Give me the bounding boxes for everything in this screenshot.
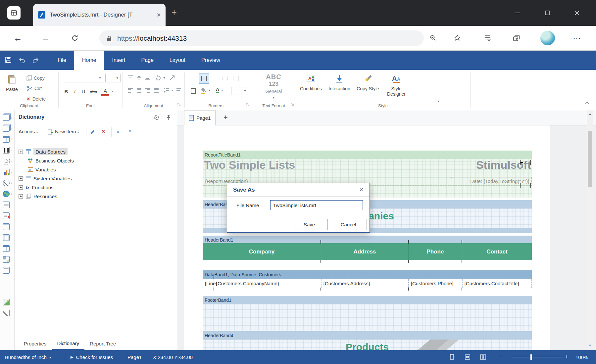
minimize-button[interactable] xyxy=(512,7,523,19)
vertical-scrollbar[interactable]: ▲ ▼ xyxy=(587,110,593,350)
ribbon-collapse-button[interactable] xyxy=(585,102,589,105)
select-style-caret[interactable]: ▾ xyxy=(438,98,439,104)
tree-item-resources[interactable]: + Resources xyxy=(15,192,177,201)
chevron-right-icon[interactable]: › xyxy=(11,170,12,174)
file-name-input[interactable] xyxy=(270,200,363,210)
column-resize-handle[interactable] xyxy=(321,260,321,263)
report-page[interactable]: ReportTitleBand1 Two Simple Lists Stimul… xyxy=(184,125,550,350)
column-resize-handle[interactable] xyxy=(462,288,462,291)
delete-item-button[interactable]: ✕ xyxy=(101,128,106,134)
maximize-button[interactable] xyxy=(542,7,553,19)
align-justify-button[interactable] xyxy=(153,87,160,94)
back-button[interactable]: ← xyxy=(11,26,25,50)
close-icon[interactable]: ✕ xyxy=(157,12,161,18)
paste-button[interactable]: Paste xyxy=(1,74,23,92)
fill-color-button[interactable]: ▾ xyxy=(200,87,210,94)
expander[interactable]: + xyxy=(19,150,23,154)
tree-item-variables[interactable]: x Variables xyxy=(15,165,177,174)
toolbox-item[interactable] xyxy=(3,180,10,187)
address-bar[interactable]: https://localhost:44313 xyxy=(99,30,424,46)
text-format-display[interactable]: ABC 123 General ▾ xyxy=(252,73,296,99)
column-resize-handle[interactable] xyxy=(408,288,409,291)
scroll-down-button[interactable]: ▼ xyxy=(587,342,593,348)
toolbox-item[interactable] xyxy=(3,245,10,252)
save-button[interactable]: Save xyxy=(291,219,328,230)
ribbon-tab-layout[interactable]: Layout xyxy=(162,51,193,70)
ribbon-tab-page[interactable]: Page xyxy=(133,51,161,70)
underline-button[interactable]: U xyxy=(79,87,87,96)
redo-button[interactable] xyxy=(32,57,39,64)
font-name-select[interactable]: ▾ xyxy=(63,74,103,82)
selection-handle[interactable] xyxy=(530,183,531,188)
profile-avatar[interactable] xyxy=(540,26,556,50)
expander[interactable]: + xyxy=(19,176,23,181)
zoom-out-button[interactable]: − xyxy=(499,350,502,364)
ribbon-tab-preview[interactable]: Preview xyxy=(193,51,228,70)
toolbox-item[interactable] xyxy=(3,169,10,176)
column-header-cell[interactable]: Address xyxy=(321,243,409,260)
check-issues-button[interactable]: ▶ Check for Issues xyxy=(71,350,113,364)
chevron-right-icon[interactable]: › xyxy=(11,192,12,196)
text-color-button[interactable]: A ▾ xyxy=(216,87,223,93)
column-resize-handle[interactable] xyxy=(321,240,321,244)
align-right-button[interactable] xyxy=(144,87,151,94)
toolbox-item[interactable] xyxy=(3,147,10,154)
border-top-button[interactable] xyxy=(220,73,230,84)
border-thick-button[interactable] xyxy=(188,86,199,96)
tab-actions-button[interactable] xyxy=(7,6,21,20)
footer-band-body[interactable] xyxy=(203,304,532,331)
selection-handle[interactable] xyxy=(520,162,523,163)
band-header-footer[interactable]: FooterBand1 xyxy=(203,296,532,304)
column-resize-handle[interactable] xyxy=(408,240,409,244)
brand-text[interactable]: Stimulsoft xyxy=(476,159,531,171)
report-title-text[interactable]: Two Simple Lists xyxy=(204,159,295,171)
column-header-cell[interactable]: Company xyxy=(203,243,321,260)
toolbox-item[interactable] xyxy=(3,125,10,132)
toolbox-item[interactable] xyxy=(3,223,10,231)
zoom-slider[interactable] xyxy=(512,357,563,357)
close-window-button[interactable] xyxy=(571,7,583,19)
copy-style-button[interactable]: Copy Style xyxy=(354,74,382,91)
font-size-select[interactable]: ▾ xyxy=(105,74,121,82)
toolbox-item[interactable] xyxy=(3,114,10,121)
toolbox-item[interactable] xyxy=(3,310,10,317)
tree-item-system-variables[interactable]: + System Variables xyxy=(15,174,177,183)
chevron-right-icon[interactable]: › xyxy=(11,137,12,141)
alignment-dialog-launcher-icon[interactable] xyxy=(177,103,181,107)
zoom-out-button[interactable] xyxy=(426,26,440,50)
expander[interactable]: + xyxy=(19,185,23,190)
toolbox-item[interactable] xyxy=(3,202,10,209)
column-resize-handle[interactable] xyxy=(408,260,409,263)
cut-button[interactable]: Cut xyxy=(26,86,42,91)
bold-button[interactable]: B xyxy=(62,87,70,96)
new-tab-button[interactable]: + xyxy=(172,7,177,18)
toolbox-item[interactable] xyxy=(3,136,10,143)
pin-button[interactable] xyxy=(166,115,171,120)
text-rotate-button[interactable] xyxy=(155,74,162,81)
reload-button[interactable] xyxy=(68,26,81,50)
chevron-right-icon[interactable]: › xyxy=(11,126,12,130)
border-left-button[interactable] xyxy=(209,73,220,84)
settings-button[interactable] xyxy=(154,114,160,120)
toolbox-item[interactable] xyxy=(3,256,10,263)
toolbox-item[interactable] xyxy=(3,191,10,198)
band-header-header1[interactable]: HeaderBand1 xyxy=(203,236,532,244)
text-angle-button[interactable] xyxy=(169,74,175,81)
align-middle-button[interactable] xyxy=(136,74,142,81)
add-favorite-button[interactable] xyxy=(451,26,464,50)
delete-button[interactable]: ✕ Delete xyxy=(26,96,46,102)
new-page-button[interactable]: + xyxy=(224,113,228,122)
word-wrap-button[interactable] xyxy=(175,87,182,94)
ribbon-tab-home[interactable]: Home xyxy=(74,51,104,70)
ribbon-tab-file[interactable]: File xyxy=(50,51,74,70)
text-format-dialog-launcher-icon[interactable] xyxy=(291,103,294,107)
move-up-button[interactable]: ▲ xyxy=(116,129,120,134)
style-designer-button[interactable]: AA Style Designer xyxy=(382,74,411,97)
band-header-databand[interactable]: DataBand1; Data Source: Customers xyxy=(203,270,532,279)
zoom-slider-thumb[interactable] xyxy=(530,354,532,360)
data-cell[interactable]: {Customers.ContactTitle} xyxy=(462,279,532,288)
font-color-button[interactable]: A xyxy=(101,87,109,96)
border-right-button[interactable] xyxy=(230,73,241,84)
line-spacing-dropdown[interactable]: ▾ xyxy=(170,87,174,94)
actions-dropdown[interactable]: Actions ▾ xyxy=(19,129,38,134)
